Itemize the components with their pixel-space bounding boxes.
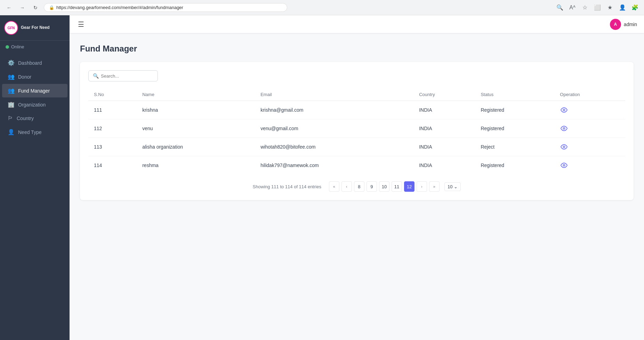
cell-name: alisha organization <box>137 138 255 156</box>
cell-status: Reject <box>475 138 554 156</box>
cell-sno: 114 <box>88 156 137 175</box>
page-title: Fund Manager <box>80 44 634 54</box>
sidebar-item-label: Organization <box>18 102 46 108</box>
cell-email: krishna@gmail.com <box>255 101 413 119</box>
topbar: ☰ A admin <box>70 15 644 33</box>
search-box[interactable]: 🔍 <box>88 70 158 81</box>
page-10-button[interactable]: 10 <box>379 181 389 192</box>
sidebar-item-label: Country <box>17 116 34 121</box>
topbar-left: ☰ <box>77 19 86 30</box>
profile-button[interactable]: 👤 <box>618 3 627 13</box>
page-9-button[interactable]: 9 <box>367 181 377 192</box>
sidebar-item-need-type[interactable]: 👤 Need Type <box>2 125 67 139</box>
cell-email: hilidak797@namewok.com <box>255 156 413 175</box>
country-icon: 🏳 <box>8 115 13 121</box>
fund-manager-card: 🔍 S.No Name Email Country Status Operat <box>80 62 634 200</box>
sidebar-status: Online <box>0 41 70 53</box>
sidebar-item-donor[interactable]: 👥 Donor <box>2 70 67 84</box>
sidebar-item-country[interactable]: 🏳 Country <box>2 112 67 125</box>
table-row: 111 krishna krishna@gmail.com INDIA Regi… <box>88 101 625 119</box>
sidebar-item-label: Fund Manager <box>18 88 50 94</box>
data-table: S.No Name Email Country Status Operation… <box>88 88 625 174</box>
tab-button[interactable]: ⬜ <box>593 3 602 13</box>
online-indicator <box>6 45 9 49</box>
view-button[interactable] <box>560 124 568 133</box>
hamburger-button[interactable]: ☰ <box>77 19 86 30</box>
view-button[interactable] <box>560 161 568 169</box>
cell-operation <box>554 119 625 138</box>
table-head: S.No Name Email Country Status Operation <box>88 88 625 101</box>
svg-point-0 <box>563 109 565 111</box>
col-operation: Operation <box>554 88 625 101</box>
donor-icon: 👥 <box>8 73 15 80</box>
search-input[interactable] <box>101 73 153 79</box>
back-button[interactable]: ← <box>4 3 14 13</box>
sidebar-nav: ⚙️ Dashboard 👥 Donor 👥 Fund Manager 🏢 Or… <box>0 53 70 340</box>
admin-label: admin <box>624 22 637 27</box>
cell-status: Registered <box>475 119 554 138</box>
page-8-button[interactable]: 8 <box>354 181 364 192</box>
sidebar-item-fund-manager[interactable]: 👥 Fund Manager <box>2 84 67 97</box>
lock-icon: 🔒 <box>49 5 54 10</box>
bookmark-button[interactable]: ☆ <box>580 3 590 13</box>
address-bar[interactable]: 🔒 https://devang.gearforneed.com/member/… <box>44 3 287 12</box>
col-sno: S.No <box>88 88 137 101</box>
per-page-select[interactable]: 10 ⌄ <box>444 182 461 191</box>
cell-operation <box>554 101 625 119</box>
search-container: 🔍 <box>88 70 625 81</box>
cell-operation <box>554 156 625 175</box>
reader-button[interactable]: Aᴬ <box>567 3 577 13</box>
first-page-button[interactable]: « <box>329 181 339 192</box>
cell-name: venu <box>137 119 255 138</box>
zoom-button[interactable]: 🔍 <box>555 3 565 13</box>
sidebar-item-label: Need Type <box>18 129 41 135</box>
sidebar-item-label: Dashboard <box>18 60 42 66</box>
next-page-button[interactable]: › <box>417 181 427 192</box>
browser-actions: 🔍 Aᴬ ☆ ⬜ ★ 👤 🧩 <box>555 3 640 13</box>
organization-icon: 🏢 <box>8 101 15 108</box>
svg-point-1 <box>563 128 565 129</box>
view-button[interactable] <box>560 106 568 114</box>
url-text: https://devang.gearforneed.com/member/#/… <box>56 5 183 10</box>
search-icon: 🔍 <box>93 73 99 79</box>
dashboard-icon: ⚙️ <box>8 60 15 66</box>
cell-name: reshma <box>137 156 255 175</box>
logo-text: Gear For Need <box>21 25 50 30</box>
table-row: 113 alisha organization wihotah820@bitof… <box>88 138 625 156</box>
sidebar-item-label: Donor <box>18 74 31 80</box>
forward-button[interactable]: → <box>17 3 27 13</box>
cell-country: INDIA <box>413 156 475 175</box>
topbar-right: A admin <box>610 19 637 30</box>
app-container: GFN Gear For Need Online ⚙️ Dashboard 👥 … <box>0 15 644 340</box>
table-row: 112 venu venu@gmail.com INDIA Registered <box>88 119 625 138</box>
main-area: ☰ A admin Fund Manager 🔍 <box>70 15 644 340</box>
sidebar-logo: GFN Gear For Need <box>0 15 70 41</box>
cell-sno: 113 <box>88 138 137 156</box>
extensions-button[interactable]: 🧩 <box>630 3 640 13</box>
sidebar-item-dashboard[interactable]: ⚙️ Dashboard <box>2 56 67 70</box>
view-button[interactable] <box>560 143 568 151</box>
cell-operation <box>554 138 625 156</box>
table-header-row: S.No Name Email Country Status Operation <box>88 88 625 101</box>
pagination: Showing 111 to 114 of 114 entries « ‹ 8 … <box>88 174 625 192</box>
sidebar-item-organization[interactable]: 🏢 Organization <box>2 98 67 111</box>
cell-status: Registered <box>475 156 554 175</box>
main-content: Fund Manager 🔍 S.No Name Email <box>70 33 644 340</box>
svg-point-3 <box>563 165 565 166</box>
page-11-button[interactable]: 11 <box>392 181 402 192</box>
browser-chrome: ← → ↻ 🔒 https://devang.gearforneed.com/m… <box>0 0 644 15</box>
cell-email: wihotah820@bitofee.com <box>255 138 413 156</box>
avatar: A <box>610 19 621 30</box>
last-page-button[interactable]: » <box>429 181 440 192</box>
sidebar: GFN Gear For Need Online ⚙️ Dashboard 👥 … <box>0 15 70 340</box>
col-country: Country <box>413 88 475 101</box>
reload-button[interactable]: ↻ <box>31 3 40 13</box>
col-status: Status <box>475 88 554 101</box>
favorites-button[interactable]: ★ <box>605 3 615 13</box>
need-type-icon: 👤 <box>8 129 15 135</box>
svg-point-2 <box>563 146 565 148</box>
page-12-button[interactable]: 12 <box>404 181 414 192</box>
prev-page-button[interactable]: ‹ <box>341 181 352 192</box>
cell-sno: 112 <box>88 119 137 138</box>
status-label: Online <box>11 44 24 49</box>
